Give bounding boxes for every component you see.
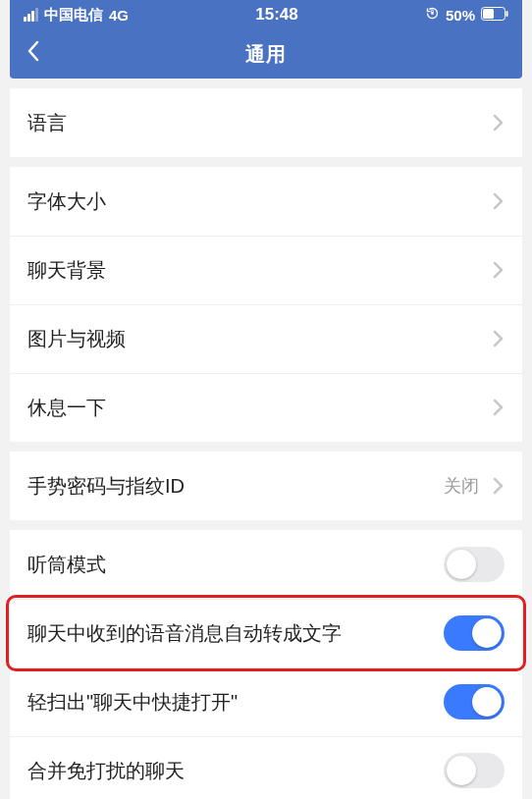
cell-chat-bg[interactable]: 聊天背景 [10, 236, 522, 304]
chevron-right-icon [493, 113, 505, 133]
cell-label: 字体大小 [27, 188, 106, 215]
settings-section: 字体大小聊天背景图片与视频休息一下 [10, 167, 522, 442]
cell-voice-to-text[interactable]: 聊天中收到的语音消息自动转成文字 [10, 599, 522, 667]
chevron-right-icon [493, 329, 505, 348]
toggle-knob [447, 550, 476, 579]
toggle-knob [472, 618, 502, 648]
header: 中国电信 4G 15:48 50% [10, 0, 522, 79]
toggle-knob [472, 687, 502, 717]
cell-gesture-touchid[interactable]: 手势密码与指纹ID关闭 [10, 452, 522, 520]
settings-list: 语言字体大小聊天背景图片与视频休息一下手势密码与指纹ID关闭听筒模式聊天中收到的… [0, 88, 532, 799]
battery-pct: 50% [446, 7, 475, 24]
settings-section: 听筒模式聊天中收到的语音消息自动转成文字轻扫出"聊天中快捷打开"合并免打扰的聊天 [10, 530, 522, 799]
cell-language[interactable]: 语言 [10, 88, 522, 157]
chevron-right-icon [493, 476, 505, 496]
status-bar: 中国电信 4G 15:48 50% [18, 0, 514, 29]
svg-rect-3 [506, 11, 508, 17]
toggle-merge-dnd-chats[interactable] [444, 753, 505, 788]
cell-value: 关闭 [444, 474, 479, 498]
toggle-knob [447, 756, 476, 785]
toggle-swipe-quick-open[interactable] [444, 684, 505, 719]
cell-photo-video[interactable]: 图片与视频 [10, 304, 522, 373]
nav-bar: 通用 [18, 29, 514, 79]
toggle-voice-to-text[interactable] [444, 615, 505, 651]
cell-merge-dnd-chats[interactable]: 合并免打扰的聊天 [10, 736, 522, 799]
cell-swipe-quick-open[interactable]: 轻扫出"聊天中快捷打开" [10, 667, 522, 736]
page-title: 通用 [245, 41, 287, 68]
cell-label: 休息一下 [27, 395, 106, 421]
cell-take-break[interactable]: 休息一下 [10, 373, 522, 442]
cell-label: 手势密码与指纹ID [27, 473, 185, 500]
cell-earpiece-mode[interactable]: 听筒模式 [10, 530, 522, 599]
cell-label: 聊天背景 [27, 257, 106, 284]
battery-icon [481, 7, 508, 24]
cell-label: 聊天中收到的语音消息自动转成文字 [27, 620, 342, 647]
svg-rect-0 [431, 12, 434, 15]
cell-label: 听筒模式 [27, 552, 106, 578]
cell-label: 图片与视频 [27, 326, 126, 352]
cell-label: 合并免打扰的聊天 [27, 758, 185, 784]
chevron-right-icon [493, 260, 505, 280]
cell-label: 语言 [27, 110, 67, 136]
carrier-label: 中国电信 [44, 6, 103, 25]
network-label: 4G [109, 7, 129, 24]
back-button[interactable] [26, 39, 41, 70]
orientation-lock-icon [425, 6, 440, 24]
chevron-right-icon [493, 191, 505, 211]
chevron-right-icon [493, 398, 505, 417]
signal-icon [24, 8, 38, 22]
settings-section: 手势密码与指纹ID关闭 [10, 452, 522, 520]
cell-font-size[interactable]: 字体大小 [10, 167, 522, 236]
toggle-earpiece-mode[interactable] [444, 547, 505, 582]
svg-rect-2 [483, 9, 494, 19]
clock: 15:48 [255, 5, 297, 25]
settings-section: 语言 [10, 88, 522, 157]
cell-label: 轻扫出"聊天中快捷打开" [27, 689, 238, 716]
